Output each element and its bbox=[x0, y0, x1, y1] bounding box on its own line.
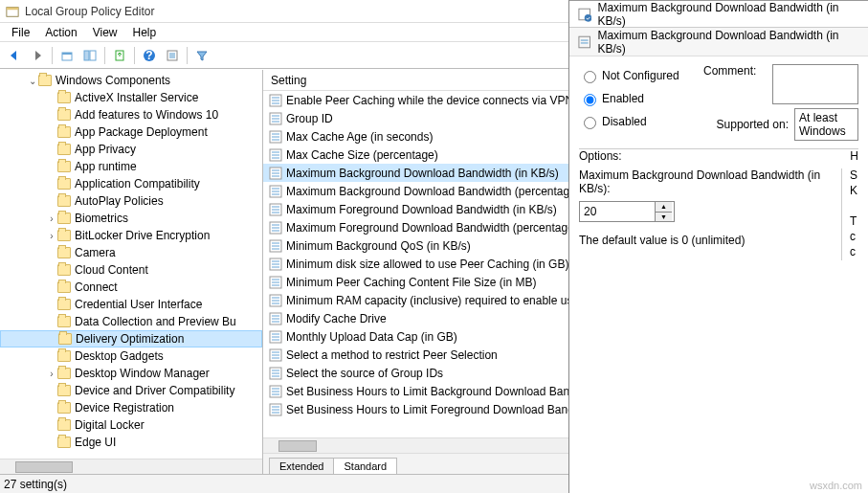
setting-row[interactable]: Maximum Background Download Bandwidth (p… bbox=[263, 182, 568, 200]
tree-item[interactable]: Cloud Content bbox=[0, 261, 262, 279]
tree-item[interactable]: AutoPlay Policies bbox=[0, 192, 262, 210]
menu-file[interactable]: File bbox=[4, 24, 37, 41]
bandwidth-spinner[interactable]: ▲ ▼ bbox=[579, 201, 675, 222]
forward-button[interactable] bbox=[27, 45, 48, 66]
tab-extended[interactable]: Extended bbox=[269, 458, 334, 474]
folder-icon bbox=[57, 437, 71, 448]
export-button[interactable] bbox=[109, 45, 130, 66]
tree-item[interactable]: Camera bbox=[0, 244, 262, 261]
radio-disabled[interactable]: Disabled bbox=[579, 110, 703, 133]
tree-item[interactable]: App runtime bbox=[0, 158, 262, 175]
expand-icon[interactable]: › bbox=[46, 369, 57, 379]
tree-label: Cloud Content bbox=[75, 263, 148, 277]
gpedit-window: Local Group Policy Editor File Action Vi… bbox=[0, 0, 569, 493]
folder-icon bbox=[57, 368, 71, 379]
tree-label: Desktop Gadgets bbox=[75, 349, 164, 363]
comment-textarea[interactable] bbox=[772, 64, 858, 104]
setting-label: Minimum RAM capacity (inclusive) require… bbox=[286, 294, 568, 307]
tree-item[interactable]: Device Registration bbox=[0, 399, 262, 416]
folder-icon bbox=[57, 316, 71, 327]
tree-item[interactable]: ActiveX Installer Service bbox=[0, 89, 262, 106]
tree-item[interactable]: ›BitLocker Drive Encryption bbox=[0, 227, 262, 244]
tree-item[interactable]: Connect bbox=[0, 279, 262, 296]
status-text: 27 setting(s) bbox=[4, 478, 67, 491]
tab-standard[interactable]: Standard bbox=[333, 458, 397, 474]
tree-item[interactable]: Credential User Interface bbox=[0, 296, 262, 313]
setting-row[interactable]: Monthly Upload Data Cap (in GB) bbox=[263, 327, 568, 346]
spinner-down-icon[interactable]: ▼ bbox=[656, 213, 672, 222]
bandwidth-input[interactable] bbox=[580, 202, 655, 221]
setting-icon bbox=[269, 276, 282, 289]
tree-item[interactable]: Delivery Optimization bbox=[0, 330, 262, 347]
menu-view[interactable]: View bbox=[85, 24, 125, 41]
setting-icon bbox=[269, 185, 282, 198]
expand-icon[interactable]: › bbox=[46, 213, 57, 224]
tree-item[interactable]: Edge UI bbox=[0, 434, 262, 451]
setting-row[interactable]: Minimum Peer Caching Content File Size (… bbox=[263, 273, 568, 291]
tree-label: Device Registration bbox=[75, 401, 174, 415]
setting-row[interactable]: Select the source of Group IDs bbox=[263, 364, 568, 382]
list-horizontal-scrollbar[interactable] bbox=[263, 437, 568, 453]
setting-row[interactable]: Max Cache Age (in seconds) bbox=[263, 127, 568, 146]
back-button[interactable] bbox=[4, 45, 25, 66]
help-button[interactable]: ? bbox=[139, 45, 160, 66]
supported-box: At least Windows bbox=[794, 108, 858, 141]
folder-icon bbox=[57, 126, 71, 138]
setting-row[interactable]: Maximum Foreground Download Bandwidth (i… bbox=[263, 200, 568, 218]
tree-item[interactable]: ›Biometrics bbox=[0, 210, 262, 227]
tree-root[interactable]: ⌄Windows Components bbox=[0, 72, 262, 89]
setting-row[interactable]: Minimum disk size allowed to use Peer Ca… bbox=[263, 255, 568, 273]
tree-item[interactable]: Application Compatibility bbox=[0, 175, 262, 192]
tree-item[interactable]: Digital Locker bbox=[0, 416, 262, 434]
toolbar-separator bbox=[104, 47, 105, 64]
toolbar-separator bbox=[187, 47, 188, 64]
setting-row[interactable]: Modify Cache Drive bbox=[263, 309, 568, 327]
tree-label: Desktop Window Manager bbox=[75, 367, 210, 380]
properties-button[interactable] bbox=[162, 45, 183, 66]
toolbar: ? bbox=[0, 42, 568, 69]
setting-icon bbox=[269, 385, 282, 398]
setting-row[interactable]: Enable Peer Caching while the device con… bbox=[263, 91, 568, 109]
setting-row[interactable]: Maximum Foreground Download Bandwidth (p… bbox=[263, 218, 568, 236]
setting-label: Maximum Foreground Download Bandwidth (i… bbox=[286, 203, 557, 216]
radio-not-configured-input[interactable] bbox=[584, 71, 596, 83]
setting-row[interactable]: Minimum RAM capacity (inclusive) require… bbox=[263, 291, 568, 309]
setting-row[interactable]: Select a method to restrict Peer Selecti… bbox=[263, 346, 568, 364]
tree-item[interactable]: Data Collection and Preview Bu bbox=[0, 313, 262, 330]
setting-icon bbox=[269, 348, 282, 362]
folder-icon bbox=[57, 144, 71, 155]
filter-button[interactable] bbox=[191, 45, 212, 66]
radio-enabled-input[interactable] bbox=[584, 94, 596, 106]
show-hide-tree-button[interactable] bbox=[79, 45, 100, 66]
setting-icon bbox=[269, 112, 282, 125]
expand-icon[interactable]: › bbox=[46, 231, 57, 241]
up-button[interactable] bbox=[56, 45, 78, 66]
tree-item[interactable]: App Package Deployment bbox=[0, 123, 262, 141]
radio-disabled-input[interactable] bbox=[584, 117, 596, 129]
collapse-icon[interactable]: ⌄ bbox=[27, 76, 38, 86]
tree-item[interactable]: Desktop Gadgets bbox=[0, 347, 262, 365]
radio-enabled[interactable]: Enabled bbox=[579, 87, 703, 110]
tree-label: AutoPlay Policies bbox=[75, 194, 164, 208]
spinner-up-icon[interactable]: ▲ bbox=[656, 202, 672, 213]
menu-help[interactable]: Help bbox=[125, 24, 165, 41]
radio-not-configured[interactable]: Not Configured bbox=[579, 64, 703, 87]
setting-row[interactable]: Set Business Hours to Limit Foreground D… bbox=[263, 400, 568, 418]
setting-row[interactable]: Minimum Background QoS (in KB/s) bbox=[263, 236, 568, 255]
setting-icon bbox=[269, 148, 282, 162]
tree-label: App runtime bbox=[75, 160, 137, 173]
menu-action[interactable]: Action bbox=[37, 24, 84, 41]
setting-row[interactable]: Group ID bbox=[263, 109, 568, 127]
tree-item[interactable]: Add features to Windows 10 bbox=[0, 106, 262, 123]
comment-label: Comment: bbox=[703, 64, 772, 104]
folder-icon bbox=[57, 402, 71, 414]
tree-item[interactable]: App Privacy bbox=[0, 141, 262, 158]
tree-horizontal-scrollbar[interactable] bbox=[0, 459, 262, 474]
help-text: SKTcc bbox=[841, 168, 858, 260]
tree-item[interactable]: Device and Driver Compatibility bbox=[0, 382, 262, 399]
setting-row[interactable]: Max Cache Size (percentage) bbox=[263, 146, 568, 164]
list-header-setting[interactable]: Setting bbox=[263, 70, 568, 91]
setting-row[interactable]: Set Business Hours to Limit Background D… bbox=[263, 382, 568, 400]
setting-row[interactable]: Maximum Background Download Bandwidth (i… bbox=[263, 164, 568, 182]
tree-item[interactable]: ›Desktop Window Manager bbox=[0, 365, 262, 382]
